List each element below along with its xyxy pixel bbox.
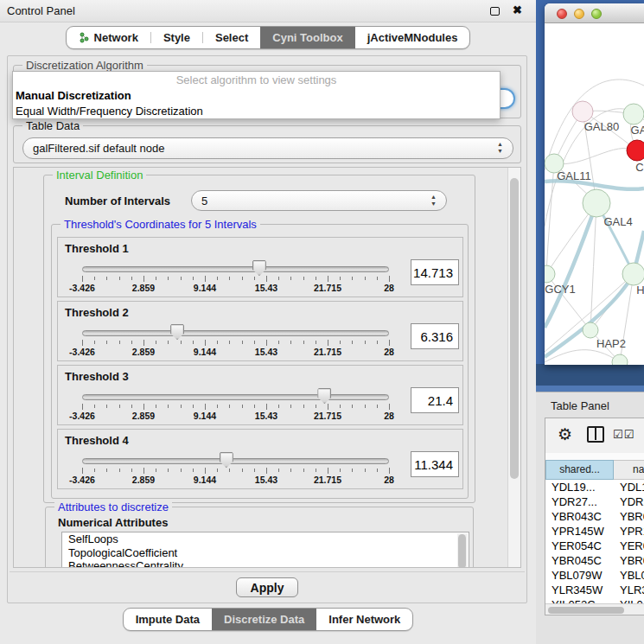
- table-row[interactable]: YPR145WYPR1: [545, 524, 644, 539]
- apply-button[interactable]: Apply: [236, 577, 298, 597]
- cell-name[interactable]: YBL0: [614, 568, 644, 583]
- bottom-tab-discretize-data[interactable]: Discretize Data: [212, 609, 316, 630]
- attribute-item[interactable]: BetweennessCentrality: [62, 559, 469, 568]
- cell-shared-name[interactable]: YER054C: [545, 539, 614, 553]
- control-panel-titlebar: Control Panel ✖: [0, 0, 536, 22]
- tick-mark: [229, 277, 230, 280]
- threshold-slider-track[interactable]: [82, 394, 389, 400]
- threshold-slider-track[interactable]: [82, 266, 389, 272]
- cell-shared-name[interactable]: YLR345W: [545, 583, 614, 597]
- threshold-slider-thumb[interactable]: [317, 388, 331, 404]
- table-row[interactable]: YER054CYER0: [545, 539, 644, 553]
- settings-vertical-scrollbar[interactable]: [507, 168, 520, 567]
- attribute-item[interactable]: TopologicalCoefficient: [62, 546, 469, 560]
- cell-shared-name[interactable]: YDL19...: [545, 480, 614, 494]
- tick-mark: [193, 277, 194, 280]
- cell-name[interactable]: YPR1: [614, 524, 644, 539]
- popup-option-manual[interactable]: Manual Discretization: [13, 88, 500, 104]
- network-node-hap2[interactable]: [583, 322, 598, 338]
- table-row[interactable]: YBR045CYBR0: [545, 553, 644, 568]
- threshold-slider-track[interactable]: [82, 458, 389, 464]
- table-data-combo[interactable]: galFiltered.sif default node ▲▼: [22, 137, 513, 159]
- tick-mark: [377, 405, 378, 408]
- attribute-item[interactable]: SelfLoops: [62, 532, 469, 546]
- cell-name[interactable]: YLR3: [614, 583, 644, 597]
- cell-shared-name[interactable]: YBR043C: [545, 509, 614, 524]
- threshold-value-field[interactable]: 14.713: [411, 259, 459, 285]
- split-view-icon[interactable]: [587, 426, 604, 443]
- tab-jactivemnodules[interactable]: jActiveMNodules: [355, 27, 470, 48]
- network-graph-canvas[interactable]: GAL80GACGAL11GAL4GCY1HHAP2: [545, 23, 644, 365]
- tick-mark: [254, 405, 255, 408]
- tick-mark: [290, 341, 291, 344]
- tick-label: 2.859: [122, 411, 165, 421]
- cell-name[interactable]: YBR0: [614, 509, 644, 524]
- table-scroll-thumb[interactable]: [548, 607, 624, 614]
- column-header-name[interactable]: na: [614, 460, 644, 480]
- tick-mark: [242, 405, 243, 408]
- tick-label: 2.859: [122, 283, 165, 293]
- threshold-value-field[interactable]: 21.4: [411, 387, 459, 413]
- attributes-scroll-thumb[interactable]: [458, 534, 466, 568]
- network-node-h[interactable]: [622, 263, 644, 285]
- tab-label: Style: [163, 31, 190, 44]
- tick-mark: [193, 341, 194, 344]
- table-row[interactable]: YDL19...YDL1: [545, 480, 644, 494]
- settings-scroll-thumb[interactable]: [510, 178, 519, 479]
- bottom-tab-impute-data[interactable]: Impute Data: [124, 609, 212, 630]
- table-row[interactable]: YBR043CYBR0: [545, 509, 644, 524]
- network-node-c[interactable]: [627, 140, 644, 161]
- cell-name[interactable]: YBR0: [614, 553, 644, 568]
- threshold-value-field[interactable]: 11.344: [411, 451, 459, 477]
- network-node-gal80[interactable]: [572, 101, 593, 122]
- cell-name[interactable]: YER0: [614, 539, 644, 553]
- float-window-icon[interactable]: [490, 7, 500, 16]
- threshold-slider-thumb[interactable]: [220, 452, 233, 468]
- desktop-background-strip: [536, 386, 644, 392]
- tab-select[interactable]: Select: [203, 27, 260, 48]
- table-horizontal-scrollbar[interactable]: [545, 603, 644, 615]
- tab-network[interactable]: Network: [67, 27, 150, 48]
- cell-shared-name[interactable]: YPR145W: [545, 524, 614, 539]
- tick-mark: [168, 277, 169, 280]
- num-intervals-combo[interactable]: 5 ▲▼: [191, 190, 447, 211]
- network-view-window[interactable]: GAL80GACGAL11GAL4GCY1HHAP2: [545, 3, 644, 365]
- tab-style[interactable]: Style: [151, 27, 202, 48]
- tick-mark: [131, 277, 132, 280]
- traffic-light-close-icon[interactable]: [557, 9, 567, 19]
- tick-mark: [328, 468, 328, 474]
- threshold-slider-thumb[interactable]: [252, 260, 266, 276]
- spinner-arrows-icon[interactable]: ▲▼: [496, 141, 504, 156]
- table-row[interactable]: YLR345WYLR3: [545, 583, 644, 597]
- network-node-gal4[interactable]: [583, 189, 610, 217]
- bottom-tab-infer-network[interactable]: Infer Network: [316, 609, 412, 630]
- threshold-slider-track[interactable]: [82, 330, 389, 336]
- cell-shared-name[interactable]: YBR045C: [545, 553, 614, 568]
- close-icon[interactable]: ✖: [513, 3, 522, 16]
- column-header-shared-name[interactable]: shared...: [545, 460, 614, 480]
- attributes-list-scrollbar[interactable]: [457, 533, 468, 568]
- gear-icon[interactable]: ⚙: [558, 424, 572, 444]
- table-row[interactable]: YBL079WYBL0: [545, 568, 644, 583]
- traffic-light-minimize-icon[interactable]: [574, 9, 584, 19]
- threshold-value-field[interactable]: 6.316: [411, 323, 459, 349]
- traffic-light-zoom-icon[interactable]: [591, 9, 602, 19]
- checkboxes-icon[interactable]: ☑☑: [613, 428, 634, 441]
- tick-mark: [131, 341, 132, 344]
- popup-option-equal-width[interactable]: Equal Width/Frequency Discretization: [13, 104, 500, 119]
- spinner-arrows-icon[interactable]: ▲▼: [430, 194, 437, 209]
- cell-name[interactable]: YDR2: [614, 494, 644, 509]
- network-node-ga[interactable]: [623, 104, 644, 124]
- network-node-gcy1[interactable]: [545, 265, 555, 283]
- cell-name[interactable]: YDL1: [614, 480, 644, 494]
- table-row[interactable]: YDR27...YDR2: [545, 494, 644, 509]
- tab-cyni-toolbox[interactable]: Cyni Toolbox: [260, 27, 354, 48]
- cell-shared-name[interactable]: YBL079W: [545, 568, 614, 583]
- threshold-slider-thumb[interactable]: [170, 324, 184, 340]
- tick-mark: [94, 277, 95, 280]
- network-window-titlebar[interactable]: [545, 3, 644, 23]
- table-toolbar: ⚙ ☑☑: [545, 418, 644, 453]
- num-intervals-label: Number of Intervals: [65, 194, 170, 207]
- cell-shared-name[interactable]: YDR27...: [545, 494, 614, 509]
- tick-mark: [266, 276, 267, 282]
